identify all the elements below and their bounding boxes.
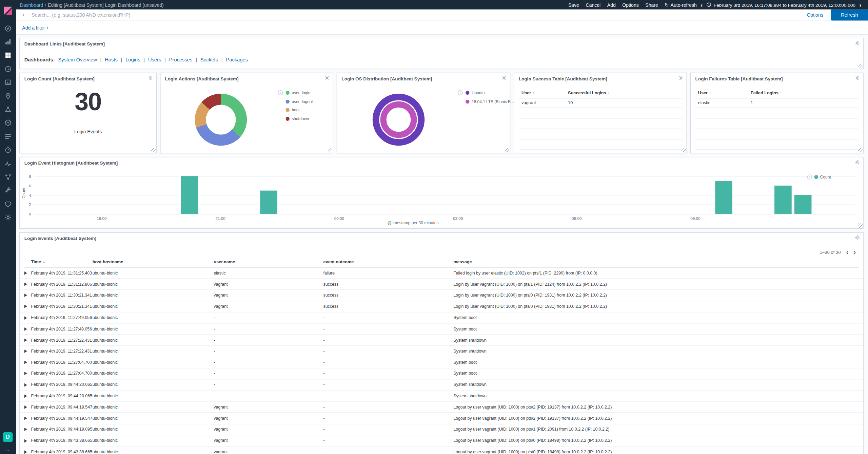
column-header-user[interactable]: User↕	[698, 90, 711, 95]
sidebar-item-infrastructure[interactable]	[0, 116, 16, 130]
expand-row-icon[interactable]	[24, 327, 27, 330]
table-row[interactable]: February 4th 2019, 09:44:20.065ubuntu-bi…	[20, 379, 863, 391]
refresh-button[interactable]: Refresh	[831, 9, 868, 20]
sidebar-item-dev-tools[interactable]	[0, 184, 16, 197]
table-row[interactable]: February 4th 2019, 11:27:49.056ubuntu-bi…	[20, 323, 863, 335]
login-os-donut[interactable]	[373, 94, 425, 146]
column-header-host-hostname[interactable]: host.hostname	[93, 259, 123, 264]
table-row[interactable]: February 4th 2019, 11:30:21.341ubuntu-bi…	[20, 290, 863, 301]
sidebar-item-logs[interactable]	[0, 130, 16, 143]
panel-resize-handle[interactable]	[682, 148, 686, 152]
expand-row-icon[interactable]	[24, 383, 27, 386]
sidebar-item-canvas[interactable]	[0, 76, 16, 89]
expand-row-icon[interactable]	[24, 372, 27, 375]
sidebar-item-monitoring[interactable]	[0, 197, 16, 211]
histogram-bar[interactable]	[774, 186, 792, 214]
legend-item[interactable]: Ubuntu	[466, 90, 514, 95]
panel-resize-handle[interactable]	[858, 64, 863, 68]
sidebar-item-machine-learning[interactable]	[0, 103, 16, 116]
legend-item[interactable]: boot	[285, 108, 313, 113]
panel-gear-button[interactable]	[854, 40, 860, 46]
legend-label[interactable]: Count	[820, 174, 831, 179]
histogram-bar[interactable]	[715, 181, 732, 214]
table-row[interactable]: February 4th 2019, 09:44:19.095ubuntu-bi…	[20, 424, 863, 435]
panel-gear-button[interactable]	[501, 75, 507, 81]
panel-resize-handle[interactable]	[858, 223, 863, 228]
sidebar-item-maps[interactable]	[0, 89, 16, 103]
dashboard-link-logins[interactable]: Logins	[125, 57, 140, 62]
column-header-failed-logins[interactable]: Failed Logins↕	[751, 90, 782, 95]
nav-action-add[interactable]: Add	[607, 2, 616, 7]
table-row[interactable]: February 4th 2019, 09:44:19.547ubuntu-bi…	[20, 402, 863, 413]
histogram-bar[interactable]	[181, 176, 198, 214]
histogram-bar[interactable]	[260, 190, 277, 214]
nav-action-share[interactable]: Share	[645, 2, 658, 7]
time-back-chevron[interactable]: ‹	[701, 1, 703, 8]
pagination-next-icon[interactable]: ›	[854, 249, 856, 256]
dashboard-link-hosts[interactable]: Hosts	[105, 57, 118, 62]
table-row[interactable]: February 4th 2019, 11:31:12.806ubuntu-bi…	[20, 279, 863, 290]
nav-collapse-arrow[interactable]: →	[4, 446, 10, 452]
table-row[interactable]: February 4th 2019, 11:27:04.700ubuntu-bi…	[20, 368, 863, 379]
expand-row-icon[interactable]	[24, 271, 27, 275]
expand-row-icon[interactable]	[24, 405, 27, 409]
panel-resize-handle[interactable]	[858, 148, 863, 152]
histogram-bar[interactable]	[794, 195, 812, 214]
column-header-event-outcome[interactable]: event.outcome	[323, 259, 354, 264]
table-row[interactable]: February 4th 2019, 09:43:38.665ubuntu-bi…	[20, 447, 863, 454]
panel-resize-handle[interactable]	[505, 148, 509, 152]
expand-row-icon[interactable]	[24, 305, 27, 308]
table-row[interactable]: February 4th 2019, 09:44:20.065ubuntu-bi…	[20, 391, 863, 402]
column-header-successful-logins[interactable]: Successful Logins↕	[568, 90, 610, 95]
expand-row-icon[interactable]	[24, 450, 27, 454]
panel-gear-button[interactable]	[678, 75, 683, 81]
table-row[interactable]: February 4th 2019, 11:27:04.700ubuntu-bi…	[20, 357, 863, 368]
sidebar-item-discover[interactable]	[0, 22, 16, 35]
sidebar-item-timelion[interactable]	[0, 62, 16, 76]
login-actions-donut[interactable]	[195, 94, 247, 146]
panel-resize-handle[interactable]	[328, 148, 332, 152]
pagination-prev-icon[interactable]: ‹	[846, 249, 848, 256]
panel-gear-button[interactable]	[854, 159, 860, 165]
table-row[interactable]: February 4th 2019, 11:31:25.403ubuntu-bi…	[20, 268, 863, 279]
expand-row-icon[interactable]	[24, 316, 27, 320]
dashboard-link-users[interactable]: Users	[148, 57, 161, 62]
legend-collapse-icon[interactable]: ‹	[278, 90, 283, 95]
add-filter-link[interactable]: Add a filter +	[22, 25, 49, 30]
legend-collapse-icon[interactable]: ‹	[458, 90, 463, 95]
nav-action-save[interactable]: Save	[568, 2, 579, 7]
legend-item[interactable]: 18.04.1 LTS (Bionic B...	[466, 99, 514, 104]
table-row[interactable]: February 4th 2019, 11:27:22.431ubuntu-bi…	[20, 335, 863, 346]
table-row[interactable]: February 4th 2019, 09:44:19.547ubuntu-bi…	[20, 413, 863, 424]
panel-resize-handle[interactable]	[151, 148, 156, 152]
search-input[interactable]	[32, 12, 807, 17]
sidebar-item-apm[interactable]	[0, 143, 16, 157]
column-header-time[interactable]: Time▼	[31, 259, 45, 264]
legend-item[interactable]: shutdown	[285, 116, 313, 121]
table-row[interactable]: February 4th 2019, 11:27:49.056ubuntu-bi…	[20, 312, 863, 323]
expand-row-icon[interactable]	[24, 361, 27, 364]
dashboard-link-packages[interactable]: Packages	[226, 57, 248, 62]
column-header-message[interactable]: message	[453, 259, 472, 264]
dashboard-link-sockets[interactable]: Sockets	[200, 57, 218, 62]
sidebar-item-uptime[interactable]	[0, 157, 16, 170]
panel-gear-button[interactable]	[854, 235, 860, 240]
dashboard-link-processes[interactable]: Processes	[169, 57, 193, 62]
sidebar-item-graph[interactable]	[0, 170, 16, 184]
kibana-logo[interactable]	[3, 6, 13, 18]
sidebar-item-dashboard[interactable]	[0, 49, 16, 62]
legend-item[interactable]: user_logout	[285, 99, 313, 104]
legend-collapse-icon[interactable]: ‹	[807, 174, 812, 179]
table-row[interactable]: February 4th 2019, 11:30:21.341ubuntu-bi…	[20, 301, 863, 312]
sidebar-item-visualize[interactable]	[0, 35, 16, 49]
dashboard-link-system-overview[interactable]: System Overview	[58, 57, 97, 62]
auto-refresh-button[interactable]: ↻ Auto-refresh	[665, 2, 696, 7]
panel-gear-button[interactable]	[324, 75, 330, 81]
panel-gear-button[interactable]	[854, 75, 860, 81]
panel-gear-button[interactable]	[147, 75, 153, 81]
time-range-picker[interactable]: February 3rd 2019, 16:17:08.984 to Febru…	[707, 2, 855, 7]
expand-row-icon[interactable]	[24, 394, 27, 398]
expand-row-icon[interactable]	[24, 428, 27, 431]
space-badge[interactable]: D	[3, 432, 13, 442]
column-header-user-name[interactable]: user.name	[214, 259, 235, 264]
